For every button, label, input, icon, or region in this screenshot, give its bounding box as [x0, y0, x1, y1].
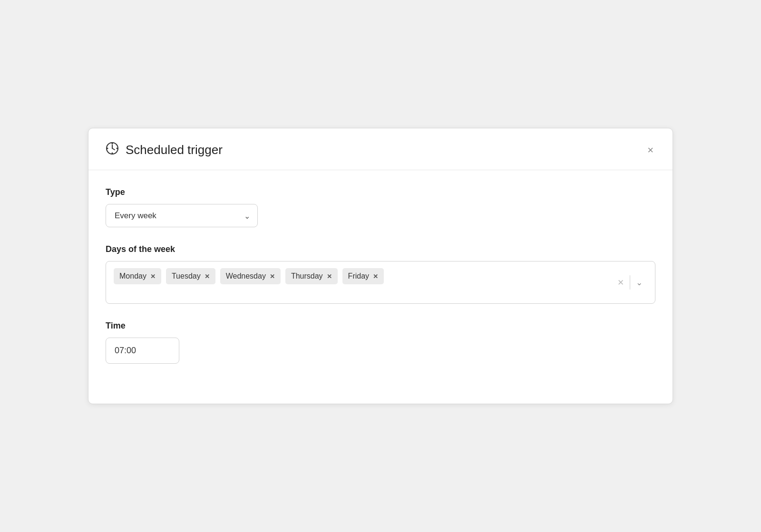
clock-icon [106, 142, 119, 158]
svg-point-6 [117, 148, 118, 149]
days-clear-all-button[interactable]: ✕ [613, 277, 629, 289]
time-field-group: Time [106, 321, 655, 364]
dialog-body: Type Every day Every week Every month Ev… [88, 170, 673, 404]
remove-thursday-button[interactable]: ✕ [327, 273, 332, 280]
svg-point-5 [107, 148, 108, 149]
time-label: Time [106, 321, 655, 331]
day-tag-monday: Monday ✕ [114, 268, 161, 284]
time-input[interactable] [106, 338, 179, 364]
day-tag-friday: Friday ✕ [342, 268, 384, 284]
days-controls-divider [630, 275, 631, 290]
day-tag-friday-label: Friday [348, 272, 369, 281]
day-tag-thursday-label: Thursday [291, 272, 323, 281]
day-tag-wednesday: Wednesday ✕ [220, 268, 281, 284]
day-tag-tuesday: Tuesday ✕ [166, 268, 215, 284]
type-field-group: Type Every day Every week Every month Ev… [106, 187, 655, 227]
remove-monday-button[interactable]: ✕ [150, 273, 156, 280]
svg-point-4 [112, 153, 113, 154]
days-tags-area: Monday ✕ Tuesday ✕ Wednesday ✕ [114, 268, 609, 284]
day-tag-monday-label: Monday [119, 272, 146, 281]
scheduled-trigger-dialog: Scheduled trigger × Type Every day Every… [88, 128, 673, 404]
type-select[interactable]: Every day Every week Every month Every y… [106, 204, 258, 227]
dialog-title: Scheduled trigger [126, 143, 223, 157]
days-label: Days of the week [106, 244, 655, 254]
dialog-header: Scheduled trigger × [88, 128, 673, 170]
day-tag-tuesday-label: Tuesday [172, 272, 201, 281]
days-controls: ✕ ⌄ [613, 275, 648, 290]
close-button[interactable]: × [645, 143, 655, 157]
remove-friday-button[interactable]: ✕ [373, 273, 378, 280]
remove-wednesday-button[interactable]: ✕ [270, 273, 275, 280]
remove-tuesday-button[interactable]: ✕ [205, 273, 210, 280]
days-select-box[interactable]: Monday ✕ Tuesday ✕ Wednesday ✕ [106, 261, 655, 304]
svg-line-2 [112, 148, 115, 150]
days-field-group: Days of the week Monday ✕ Tuesday ✕ [106, 244, 655, 304]
day-tag-thursday: Thursday ✕ [285, 268, 338, 284]
days-dropdown-button[interactable]: ⌄ [631, 277, 647, 289]
type-select-wrapper: Every day Every week Every month Every y… [106, 204, 258, 227]
type-label: Type [106, 187, 655, 197]
title-group: Scheduled trigger [106, 142, 223, 158]
day-tag-wednesday-label: Wednesday [226, 272, 266, 281]
svg-point-3 [112, 143, 113, 145]
